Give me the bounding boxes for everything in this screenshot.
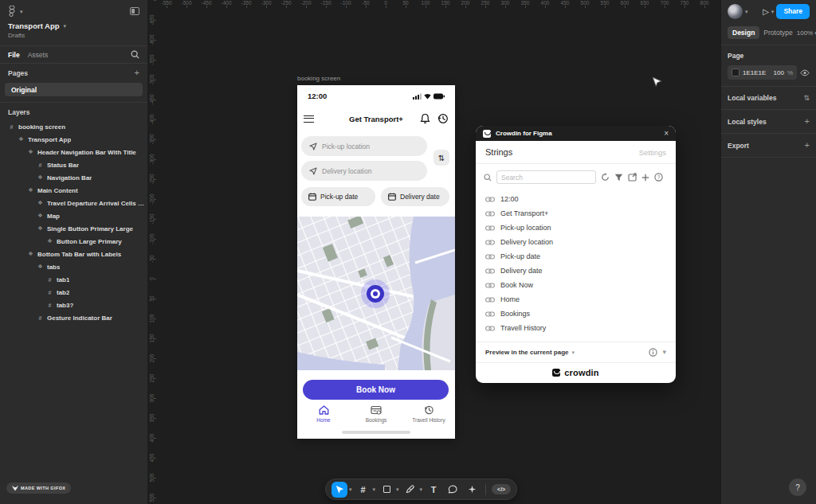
plugin-string-row[interactable]: Delivery location bbox=[476, 235, 676, 249]
phone-mockup-frame[interactable]: 12:00 Get Transport+ Pick-up location De… bbox=[297, 85, 455, 439]
plugin-string-row[interactable]: Travell History bbox=[476, 321, 676, 335]
plugin-string-row[interactable]: Bookings bbox=[476, 307, 676, 321]
tab-travel-history[interactable]: Travell History bbox=[402, 405, 455, 423]
ruler-label: -150 bbox=[320, 0, 331, 6]
layer-row[interactable]: Single Button Primary Large bbox=[0, 222, 147, 235]
figma-logo[interactable] bbox=[8, 6, 16, 17]
export-section[interactable]: Export bbox=[728, 142, 749, 150]
page-color-hex[interactable]: 1E1E1E bbox=[743, 69, 766, 76]
chevron-down-icon[interactable] bbox=[64, 23, 67, 29]
pen-tool[interactable] bbox=[402, 482, 418, 498]
variables-icon[interactable] bbox=[803, 94, 810, 102]
search-icon[interactable] bbox=[131, 50, 139, 59]
signal-icon bbox=[413, 93, 422, 100]
layer-row[interactable]: Header Navigation Bar With Title bbox=[0, 146, 147, 158]
plugin-titlebar[interactable]: Crowdin for Figma bbox=[476, 126, 676, 141]
layer-row[interactable]: tab3? bbox=[0, 299, 147, 311]
delivery-location-input[interactable]: Delivery location bbox=[301, 161, 427, 181]
plugin-string-row[interactable]: Delivery date bbox=[476, 264, 676, 278]
history-icon[interactable] bbox=[437, 113, 449, 124]
crowdin-plugin-window: Crowdin for Figma Strings Settings ? 12:… bbox=[476, 126, 676, 383]
frame-label[interactable]: booking screen bbox=[297, 75, 340, 82]
help-icon[interactable]: ? bbox=[654, 173, 663, 182]
present-icon[interactable] bbox=[763, 8, 769, 16]
layer-row[interactable]: Transport App bbox=[0, 133, 147, 146]
local-styles-section[interactable]: Local styles bbox=[728, 118, 767, 126]
pickup-date-button[interactable]: Pick-up date bbox=[301, 187, 375, 206]
delivery-date-button[interactable]: Delivery date bbox=[381, 187, 449, 206]
tab-assets[interactable]: Assets bbox=[28, 51, 49, 59]
layer-row[interactable]: tabs bbox=[0, 260, 147, 273]
text-tool[interactable] bbox=[426, 482, 441, 498]
pickup-location-input[interactable]: Pick-up location bbox=[301, 136, 427, 156]
plugin-string-row[interactable]: Get Transport+ bbox=[476, 206, 676, 221]
info-icon[interactable] bbox=[649, 348, 657, 357]
add-export-icon[interactable] bbox=[805, 141, 810, 150]
tab-design[interactable]: Design bbox=[728, 26, 759, 39]
comment-tool[interactable] bbox=[445, 482, 461, 498]
layer-row[interactable]: Travel Departure Arrival Cells and Date … bbox=[0, 197, 147, 209]
help-button[interactable]: ? bbox=[789, 479, 806, 496]
plugin-string-row[interactable]: Pick-up date bbox=[476, 249, 676, 264]
tab-bookings[interactable]: Bookings bbox=[350, 405, 402, 423]
page-color-opacity[interactable]: 100 bbox=[774, 69, 784, 76]
project-name[interactable]: Transport App bbox=[8, 21, 60, 30]
plugin-string-row[interactable]: Book Now bbox=[476, 278, 676, 292]
left-sidebar: Transport App Drafts File Assets Pages O… bbox=[0, 0, 148, 504]
tab-home[interactable]: Home bbox=[297, 405, 350, 423]
layer-row[interactable]: Status Bar bbox=[0, 158, 147, 171]
layer-row[interactable]: Map bbox=[0, 209, 147, 222]
layer-row[interactable]: Main Content bbox=[0, 184, 147, 197]
toggle-sidebar-icon[interactable] bbox=[130, 7, 139, 15]
plugin-settings-link[interactable]: Settings bbox=[639, 148, 666, 157]
canvas[interactable]: -550-500-450-400-350-300-250-200-150-100… bbox=[148, 0, 720, 504]
plugin-string-row[interactable]: 12:00 bbox=[476, 192, 676, 206]
layer-row[interactable]: Bottom Tab Bar with Labels bbox=[0, 248, 147, 260]
move-tool[interactable] bbox=[332, 482, 347, 498]
filter-icon[interactable] bbox=[614, 174, 623, 182]
page-color-field[interactable]: 1E1E1E 100 % bbox=[728, 65, 797, 80]
layer-row[interactable]: Navigation Bar bbox=[0, 171, 147, 184]
plugin-search-input[interactable] bbox=[496, 170, 596, 184]
eye-icon[interactable] bbox=[800, 69, 810, 76]
link-icon bbox=[485, 311, 495, 317]
plugin-string-row[interactable]: Pick-up location bbox=[476, 221, 676, 235]
plugin-string-row[interactable]: Home bbox=[476, 292, 676, 307]
color-swatch[interactable] bbox=[732, 68, 740, 76]
actions-tool[interactable] bbox=[464, 482, 480, 498]
chevron-down-icon[interactable] bbox=[420, 486, 423, 492]
chevron-down-icon[interactable] bbox=[745, 9, 748, 14]
frame-tool[interactable] bbox=[355, 482, 371, 498]
chevron-down-icon[interactable] bbox=[396, 486, 399, 492]
chevron-down-icon[interactable] bbox=[373, 486, 376, 492]
layer-row[interactable]: Button Large Primary bbox=[0, 235, 147, 248]
layer-row[interactable]: Gesture Indicator Bar bbox=[0, 311, 147, 324]
bell-icon[interactable] bbox=[420, 113, 430, 124]
layer-row[interactable]: tab1 bbox=[0, 273, 147, 286]
swap-locations-button[interactable] bbox=[434, 150, 449, 166]
add-string-icon[interactable] bbox=[641, 174, 649, 182]
chevron-down-icon[interactable] bbox=[771, 9, 775, 14]
book-now-button[interactable]: Book Now bbox=[303, 380, 449, 400]
shape-tool[interactable] bbox=[379, 482, 394, 498]
layer-row[interactable]: booking screen bbox=[0, 120, 147, 133]
sync-icon[interactable] bbox=[601, 173, 610, 182]
upload-icon[interactable] bbox=[628, 173, 637, 182]
dev-mode-toggle[interactable]: </> bbox=[492, 484, 511, 494]
close-icon[interactable] bbox=[664, 130, 669, 138]
tab-file[interactable]: File bbox=[8, 51, 20, 59]
add-style-icon[interactable] bbox=[805, 117, 810, 126]
tab-prototype[interactable]: Prototype bbox=[763, 29, 792, 37]
local-variables-section[interactable]: Local variables bbox=[728, 94, 776, 102]
chevron-down-icon[interactable] bbox=[349, 486, 352, 492]
preview-dropdown-label[interactable]: Preview in the current page bbox=[485, 349, 568, 356]
chevron-down-icon[interactable] bbox=[20, 9, 23, 14]
zoom-control[interactable]: 100% bbox=[797, 29, 816, 37]
avatar[interactable] bbox=[728, 4, 743, 19]
layer-row[interactable]: tab2 bbox=[0, 286, 147, 299]
chevron-down-icon[interactable] bbox=[662, 349, 666, 356]
add-page-icon[interactable] bbox=[135, 68, 139, 77]
page-item-original[interactable]: Original bbox=[5, 83, 143, 96]
map[interactable] bbox=[297, 217, 455, 370]
share-button[interactable]: Share bbox=[776, 4, 810, 19]
